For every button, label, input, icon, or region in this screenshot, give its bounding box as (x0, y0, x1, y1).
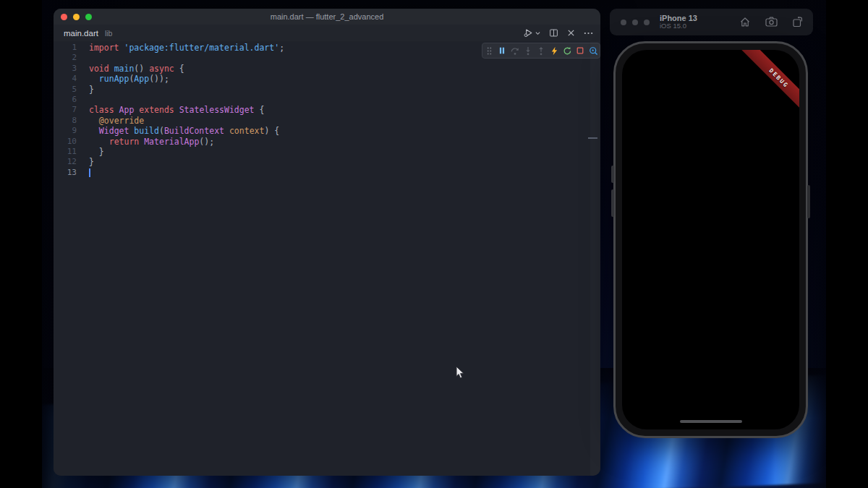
rotate-icon[interactable] (792, 17, 803, 27)
simulator-traffic-lights (621, 20, 650, 25)
code-text: } (89, 157, 94, 167)
simulator-title-block: iPhone 13 iOS 15.0 (660, 14, 697, 31)
code-line[interactable]: 9 Widget build(BuildContext context) { (54, 126, 600, 136)
simulator-screen[interactable]: DEBUG (622, 50, 799, 429)
sim-close-button[interactable] (621, 20, 626, 25)
window-title: main.dart — flutter_2_advanced (54, 12, 600, 21)
debug-banner-label: DEBUG (768, 67, 790, 89)
drag-handle-icon[interactable] (483, 45, 495, 56)
line-number: 4 (54, 74, 77, 84)
scrollbar[interactable] (590, 41, 600, 476)
debug-toolbar (482, 43, 600, 59)
restart-icon[interactable] (561, 45, 573, 56)
home-icon[interactable] (739, 17, 751, 27)
line-number: 13 (54, 168, 77, 178)
breadcrumb-folder[interactable]: lib (105, 29, 113, 38)
screenshot-icon[interactable] (765, 17, 778, 27)
code-text: runApp(App()); (89, 74, 169, 84)
code-text: void main() async { (89, 64, 184, 74)
sim-zoom-button[interactable] (644, 20, 650, 25)
code-line[interactable]: 10 return MaterialApp(); (54, 137, 600, 147)
line-number: 6 (54, 95, 77, 105)
line-number: 10 (54, 137, 77, 147)
code-line[interactable]: 13 (54, 168, 600, 178)
line-number: 11 (54, 147, 77, 157)
simulator-toolbar-icons (739, 17, 803, 27)
line-number: 1 (54, 43, 77, 53)
code-text: } (89, 85, 94, 95)
volume-down-button (611, 189, 614, 217)
code-text: @override (89, 116, 144, 126)
code-line[interactable]: 7class App extends StatelessWidget { (54, 105, 600, 115)
code-line[interactable]: 5} (54, 85, 600, 95)
code-text (89, 168, 90, 178)
code-editor[interactable]: 1import 'package:flutter/material.dart';… (54, 41, 600, 476)
window-titlebar[interactable]: main.dart — flutter_2_advanced (54, 9, 600, 25)
power-button (807, 185, 810, 218)
code-line[interactable]: 6 (54, 95, 600, 105)
line-number: 12 (54, 157, 77, 167)
code-line[interactable]: 12} (54, 157, 600, 167)
editor-tabbar: main.dart lib (54, 25, 600, 41)
line-number: 7 (54, 105, 77, 115)
sim-minimize-button[interactable] (632, 20, 638, 25)
line-number: 9 (54, 126, 77, 136)
code-line[interactable]: 4 runApp(App()); (54, 74, 600, 84)
close-tab-button[interactable] (567, 29, 575, 37)
stop-icon[interactable] (574, 45, 586, 56)
volume-up-button (611, 166, 614, 183)
editor-window: main.dart — flutter_2_advanced main.dart… (54, 9, 600, 476)
step-over-icon[interactable] (509, 45, 521, 56)
text-cursor (89, 168, 90, 177)
iphone-simulator: DEBUG (613, 41, 808, 438)
simulator-os-version: iOS 15.0 (660, 22, 697, 30)
code-line[interactable]: 11 } (54, 147, 600, 157)
code-text: import 'package:flutter/material.dart'; (89, 43, 284, 53)
line-number: 2 (54, 53, 77, 63)
run-debug-icon (523, 27, 534, 38)
desktop: main.dart — flutter_2_advanced main.dart… (0, 0, 868, 488)
pause-icon[interactable] (496, 45, 508, 56)
overview-ruler-cursor-mark (588, 137, 597, 139)
more-actions-button[interactable] (584, 32, 593, 35)
chevron-down-icon (535, 31, 540, 35)
hot-reload-icon[interactable] (548, 45, 560, 56)
step-out-icon[interactable] (535, 45, 547, 56)
line-number: 5 (54, 85, 77, 95)
line-number: 3 (54, 64, 77, 74)
debug-banner: DEBUG (741, 50, 799, 116)
code-line[interactable]: 8 @override (54, 116, 600, 126)
code-text: return MaterialApp(); (89, 137, 214, 147)
split-editor-button[interactable] (549, 28, 558, 38)
mouse-cursor (456, 366, 466, 380)
simulator-titlebar[interactable]: iPhone 13 iOS 15.0 (610, 9, 813, 35)
code-text: class App extends StatelessWidget { (89, 105, 264, 115)
breadcrumb-file[interactable]: main.dart (64, 29, 98, 38)
code-line[interactable]: 3void main() async { (54, 64, 600, 74)
run-or-debug-button[interactable] (523, 27, 540, 38)
editor-actions (523, 25, 593, 41)
breadcrumb[interactable]: main.dart lib (64, 29, 112, 38)
step-into-icon[interactable] (522, 45, 534, 56)
code-text: Widget build(BuildContext context) { (89, 126, 279, 136)
code-lines: 1import 'package:flutter/material.dart';… (54, 43, 600, 178)
line-number: 8 (54, 116, 77, 126)
code-text: } (89, 147, 104, 157)
home-indicator[interactable] (680, 420, 742, 424)
